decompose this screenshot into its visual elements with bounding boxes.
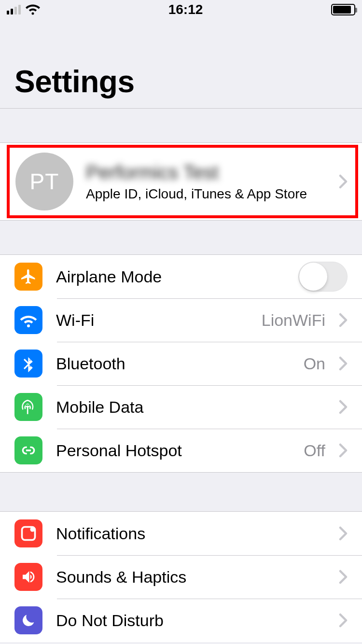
page-header: Settings [0,19,362,108]
avatar: PT [15,153,73,210]
notifications-row[interactable]: Notifications [0,512,362,555]
bluetooth-detail: On [304,354,325,373]
status-time: 16:12 [168,2,203,17]
prefs-section: Notifications Sounds & Haptics Do Not Di… [0,511,362,642]
chevron-right-icon [339,613,348,628]
account-name: Performics Test [86,162,326,183]
cellular-signal-icon [7,5,21,14]
airplane-mode-label: Airplane Mode [56,267,285,286]
account-subtitle: Apple ID, iCloud, iTunes & App Store [86,186,326,202]
mobile-data-row[interactable]: Mobile Data [0,385,362,429]
chevron-right-icon [339,174,348,189]
wifi-settings-icon [14,306,42,334]
network-section: Airplane Mode Wi-Fi LionWiFi Bluetooth O… [0,254,362,473]
personal-hotspot-detail: Off [304,441,325,460]
battery-icon [331,4,355,15]
hotspot-icon [14,436,42,464]
bluetooth-label: Bluetooth [56,354,290,373]
personal-hotspot-row[interactable]: Personal Hotspot Off [0,429,362,472]
bluetooth-icon [14,350,42,378]
antenna-icon [14,393,42,421]
personal-hotspot-label: Personal Hotspot [56,441,290,460]
airplane-mode-row[interactable]: Airplane Mode [0,255,362,298]
wifi-row[interactable]: Wi-Fi LionWiFi [0,298,362,342]
chevron-right-icon [339,356,348,371]
wifi-label: Wi-Fi [56,311,248,330]
status-left [7,4,40,15]
do-not-disturb-label: Do Not Disturb [56,611,325,630]
notifications-label: Notifications [56,524,325,543]
do-not-disturb-row[interactable]: Do Not Disturb [0,599,362,642]
page-title: Settings [14,64,348,99]
moon-icon [14,606,42,634]
status-right [331,4,355,15]
chevron-right-icon [339,400,348,414]
apple-id-row[interactable]: PT Performics Test Apple ID, iCloud, iTu… [0,143,362,220]
notifications-icon [14,519,42,547]
chevron-right-icon [339,443,348,458]
wifi-icon [26,4,40,15]
account-text-block: Performics Test Apple ID, iCloud, iTunes… [86,162,326,202]
chevron-right-icon [339,313,348,327]
mobile-data-label: Mobile Data [56,398,325,417]
svg-point-1 [30,527,35,532]
account-section: PT Performics Test Apple ID, iCloud, iTu… [0,142,362,221]
airplane-icon [14,263,42,291]
bluetooth-row[interactable]: Bluetooth On [0,342,362,385]
airplane-mode-switch[interactable] [298,262,348,292]
sounds-row[interactable]: Sounds & Haptics [0,555,362,599]
chevron-right-icon [339,570,348,584]
status-bar: 16:12 [0,0,362,19]
sounds-label: Sounds & Haptics [56,568,325,587]
chevron-right-icon [339,526,348,541]
speaker-icon [14,563,42,591]
wifi-detail: LionWiFi [262,311,325,330]
